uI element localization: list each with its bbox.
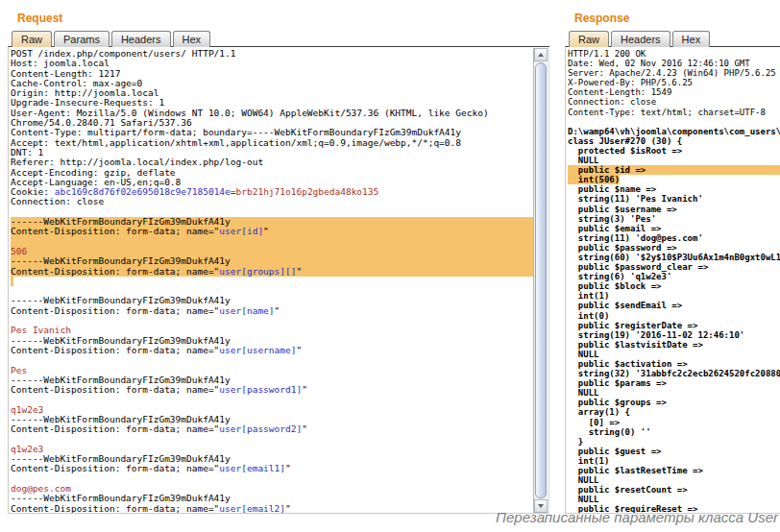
request-raw-editor[interactable]: POST /index.php/component/users/ HTTP/1.… xyxy=(8,46,549,514)
raw-line: int(1) xyxy=(568,456,780,466)
raw-line: HTTP/1.1 200 OK xyxy=(568,49,780,59)
raw-line: Date: Wed, 02 Nov 2016 12:46:10 GMT xyxy=(568,59,780,68)
response-tab-headers[interactable]: Headers xyxy=(611,31,670,47)
raw-line: string(0) '' xyxy=(568,427,780,437)
burp-repeater-screen: Request RawParamsHeadersHex POST /index.… xyxy=(0,0,780,532)
request-tab-raw[interactable]: Raw xyxy=(12,31,52,47)
raw-line: public $password => xyxy=(568,243,780,253)
request-title: Request xyxy=(17,12,549,25)
raw-line: public $email => xyxy=(568,224,780,233)
response-tab-bar: RawHeadersHex xyxy=(569,29,780,47)
raw-line: Content-Disposition: form-data; name="us… xyxy=(11,306,534,316)
arrow-up-icon xyxy=(538,53,544,57)
raw-line: Connection: close xyxy=(11,197,534,206)
raw-line: public $lastvisitDate => xyxy=(568,340,780,350)
raw-line: Content-Length: 1549 xyxy=(568,87,780,97)
response-panel: Response RawHeadersHex HTTP/1.1 200 OKDa… xyxy=(565,10,780,514)
raw-line: Content-Disposition: form-data; name="us… xyxy=(11,227,534,236)
raw-line: Content-Disposition: form-data; name="us… xyxy=(11,267,534,277)
request-tab-headers[interactable]: Headers xyxy=(111,31,171,47)
raw-line: NULL xyxy=(568,475,780,485)
raw-line: array(1) { xyxy=(568,407,780,417)
raw-line: Content-Disposition: form-data; name="us… xyxy=(11,504,534,513)
raw-line xyxy=(11,355,534,365)
arrow-down-icon xyxy=(538,504,544,508)
raw-line: string(11) 'Pes Ivanich' xyxy=(568,194,780,204)
raw-line xyxy=(11,474,534,484)
raw-line: class JUser#270 (30) { xyxy=(568,136,780,146)
raw-line: Accept: text/html,application/xhtml+xml,… xyxy=(11,138,534,148)
raw-line: Content-Disposition: form-data; name="us… xyxy=(11,346,534,355)
response-raw-text[interactable]: HTTP/1.1 200 OKDate: Wed, 02 Nov 2016 12… xyxy=(568,49,780,513)
raw-line: NULL xyxy=(568,495,780,504)
request-tab-bar: RawParamsHeadersHex xyxy=(12,29,549,47)
raw-line: public $groups => xyxy=(568,398,780,407)
raw-line: Content-Disposition: form-data; name="us… xyxy=(11,385,534,395)
raw-line xyxy=(568,117,780,127)
raw-line: public $guest => xyxy=(568,447,780,456)
raw-line: public $name => xyxy=(568,184,780,194)
raw-line: D:\wamp64\vh\joomla\components\com_users… xyxy=(568,127,780,136)
response-tab-hex[interactable]: Hex xyxy=(672,31,711,47)
response-raw-editor[interactable]: HTTP/1.1 200 OKDate: Wed, 02 Nov 2016 12… xyxy=(565,46,780,514)
request-scrollbar[interactable] xyxy=(533,48,549,513)
raw-line: string(60) '$2y$10$P3Uu6Ax1m4nB0gxt0wL1 xyxy=(568,253,780,262)
raw-line: Connection: close xyxy=(568,97,780,107)
request-raw-text[interactable]: POST /index.php/component/users/ HTTP/1.… xyxy=(11,49,534,513)
raw-line: Content-Disposition: form-data; name="us… xyxy=(11,424,534,434)
raw-line: public $params => xyxy=(568,378,780,388)
raw-line: public $block => xyxy=(568,281,780,291)
raw-line: string(11) 'dog@pes.com' xyxy=(568,233,780,243)
raw-line: public $id => xyxy=(568,165,780,175)
raw-line: int(506) xyxy=(568,175,780,184)
raw-line: public $sendEmail => xyxy=(568,301,780,310)
raw-line xyxy=(11,277,534,286)
raw-line xyxy=(11,237,534,247)
raw-line xyxy=(11,316,534,326)
raw-line: int(0) xyxy=(568,311,780,321)
raw-line xyxy=(11,395,534,404)
scroll-up-button[interactable] xyxy=(534,48,548,61)
raw-line: protected $isRoot => xyxy=(568,146,780,156)
raw-line: [0] => xyxy=(568,418,780,427)
raw-line: string(19) '2016-11-02 12:46:10' xyxy=(568,330,780,340)
figure-caption: Перезаписанные параметры класса User xyxy=(496,509,778,525)
request-tab-params[interactable]: Params xyxy=(54,31,110,47)
raw-line: Content-Type: text/html; charset=UTF-8 xyxy=(568,108,780,117)
raw-line: X-Powered-By: PHP/5.6.25 xyxy=(568,78,780,87)
scrollbar-thumb[interactable] xyxy=(535,62,547,498)
response-tab-raw[interactable]: Raw xyxy=(569,31,609,47)
raw-line: NULL xyxy=(568,388,780,398)
raw-line: NULL xyxy=(568,156,780,165)
raw-line: public $lastResetTime => xyxy=(568,466,780,475)
raw-line: public $registerDate => xyxy=(568,321,780,330)
raw-line: public $activation => xyxy=(568,359,780,369)
raw-line: public $resetCount => xyxy=(568,485,780,495)
response-title: Response xyxy=(574,12,780,25)
raw-line: public $password_clear => xyxy=(568,262,780,272)
raw-line: Content-Disposition: form-data; name="us… xyxy=(11,464,534,473)
raw-line: Server: Apache/2.4.23 (Win64) PHP/5.6.25 xyxy=(568,68,780,78)
raw-line: string(6) 'q1w2e3' xyxy=(568,272,780,281)
raw-line: string(32) '31abbfc2c2ecb2624520fc20880 xyxy=(568,369,780,378)
raw-line: NULL xyxy=(568,350,780,359)
request-panel: Request RawParamsHeadersHex POST /index.… xyxy=(8,10,549,514)
raw-line: string(3) 'Pes' xyxy=(568,214,780,224)
raw-line xyxy=(11,435,534,445)
raw-line: } xyxy=(568,437,780,447)
request-tab-hex[interactable]: Hex xyxy=(173,31,211,47)
raw-line: public $username => xyxy=(568,205,780,214)
raw-line: int(1) xyxy=(568,291,780,301)
